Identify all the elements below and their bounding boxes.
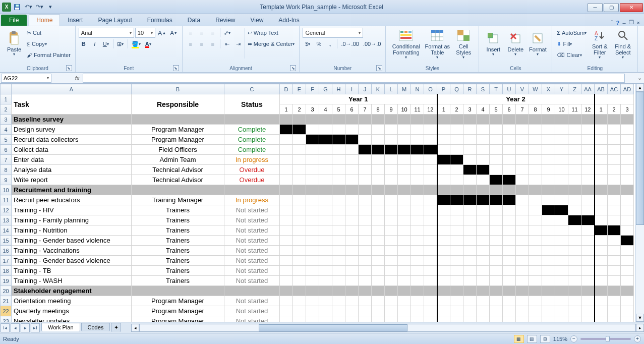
cell-g23-6[interactable] [359,316,372,322]
cell-g15-22[interactable] [568,236,581,246]
cell-g16-8[interactable] [385,246,398,256]
row-header-23[interactable]: 23 [1,316,12,322]
sort-filter-button[interactable]: AZSort & Filter▾ [588,27,611,61]
col-header-G[interactable]: G [319,84,332,94]
cell-g22-8[interactable] [385,306,398,316]
cell-g13-1[interactable] [293,215,306,225]
cell-g23-23[interactable] [581,316,595,322]
cell-g3-9[interactable] [398,114,411,125]
cell-g20-19[interactable] [529,286,542,296]
fx-button[interactable]: fx [72,75,83,81]
cell-g17-26[interactable] [621,256,634,266]
align-right-button[interactable]: ≡ [208,39,218,49]
cell-g23-7[interactable] [372,316,385,322]
cell-g13-11[interactable] [424,215,437,225]
name-box[interactable]: AG22▾ [1,74,51,83]
cell-g19-14[interactable] [463,276,477,286]
cell-g10-14[interactable] [463,185,477,195]
cell-C17[interactable]: Not started [224,256,280,266]
cell-month-26[interactable]: 3 [621,104,634,114]
cell-C3[interactable] [224,114,280,125]
cell-g18-18[interactable] [516,266,529,276]
cell-g23-16[interactable] [490,316,503,322]
cell-month-2[interactable]: 3 [306,104,319,114]
doc-restore-icon[interactable]: ❐ [629,19,634,26]
col-header-L[interactable]: L [385,84,398,94]
cell-C9[interactable]: Overdue [224,175,280,185]
cell-g4-11[interactable] [424,125,437,135]
cell-g13-22[interactable] [568,215,581,225]
cell-C15[interactable]: Not started [224,236,280,246]
cell-g12-19[interactable] [529,205,542,215]
cell-g21-19[interactable] [529,296,542,306]
cell-g18-7[interactable] [372,266,385,276]
col-header-A[interactable]: A [12,84,132,94]
cell-g13-18[interactable] [516,215,529,225]
cell-g13-3[interactable] [319,215,332,225]
zoom-out-button[interactable]: − [570,335,577,342]
cell-g6-23[interactable] [581,145,595,155]
first-sheet-icon[interactable]: I◂ [1,323,10,332]
cell-g23-2[interactable] [306,316,319,322]
cell-g4-20[interactable] [542,125,555,135]
cell-g10-6[interactable] [359,185,372,195]
cell-month-22[interactable]: 11 [568,104,581,114]
prev-sheet-icon[interactable]: ◂ [11,323,20,332]
cell-g6-17[interactable] [503,145,516,155]
cell-g21-8[interactable] [385,296,398,306]
cell-g21-4[interactable] [332,296,345,306]
cell-g15-25[interactable] [608,236,621,246]
decrease-indent-button[interactable]: ⇤ [222,39,232,49]
cell-g5-22[interactable] [568,135,581,145]
cell-g9-8[interactable] [385,175,398,185]
cell-g15-16[interactable] [490,236,503,246]
last-sheet-icon[interactable]: ▸I [31,323,40,332]
cell-g22-20[interactable] [542,306,555,316]
cell-g13-20[interactable] [542,215,555,225]
cell-A15[interactable]: Training - Gender based violence [12,236,132,246]
cell-g4-1[interactable] [293,125,306,135]
format-as-table-button[interactable]: Format as Table▾ [423,27,451,61]
cell-g5-8[interactable] [385,135,398,145]
cell-g17-10[interactable] [411,256,424,266]
page-layout-view-button[interactable]: ▤ [527,335,537,343]
col-header-D[interactable]: D [280,84,293,94]
cell-A11[interactable]: Recruit peer educators [12,195,132,205]
align-left-button[interactable]: ≡ [186,39,196,49]
cell-g15-15[interactable] [477,236,490,246]
cell-g18-23[interactable] [581,266,595,276]
cell-g6-7[interactable] [372,145,385,155]
row-header-3[interactable]: 3 [1,114,12,125]
cell-g6-21[interactable] [555,145,568,155]
cell-g7-23[interactable] [581,155,595,165]
cell-g6-13[interactable] [450,145,463,155]
cell-A12[interactable]: Training - HIV [12,205,132,215]
cell-C22[interactable]: Not started [224,306,280,316]
cell-g23-8[interactable] [385,316,398,322]
cell-g18-24[interactable] [595,266,608,276]
cell-g15-10[interactable] [411,236,424,246]
cell-g14-17[interactable] [503,225,516,236]
cell-g17-12[interactable] [437,256,450,266]
cell-g8-15[interactable] [477,165,490,175]
cell-A16[interactable]: Training - Vaccinations [12,246,132,256]
cell-g10-22[interactable] [568,185,581,195]
autosum-button[interactable]: Σ AutoSum▾ [555,28,588,38]
cell-g12-5[interactable] [345,205,359,215]
cell-month-11[interactable]: 12 [424,104,437,114]
col-header-R[interactable]: R [463,84,477,94]
cell-month-1[interactable]: 2 [293,104,306,114]
cell-g9-4[interactable] [332,175,345,185]
cell-g22-21[interactable] [555,306,568,316]
col-header-AC[interactable]: AC [608,84,621,94]
cell-g8-16[interactable] [490,165,503,175]
cell-g17-1[interactable] [293,256,306,266]
cell-g5-7[interactable] [372,135,385,145]
cell-g11-20[interactable] [542,195,555,205]
cell-g11-9[interactable] [398,195,411,205]
cell-g15-1[interactable] [293,236,306,246]
fill-button[interactable]: ⬇ Fill▾ [555,39,573,49]
cell-g19-17[interactable] [503,276,516,286]
cell-g20-5[interactable] [345,286,359,296]
cell-g4-6[interactable] [359,125,372,135]
